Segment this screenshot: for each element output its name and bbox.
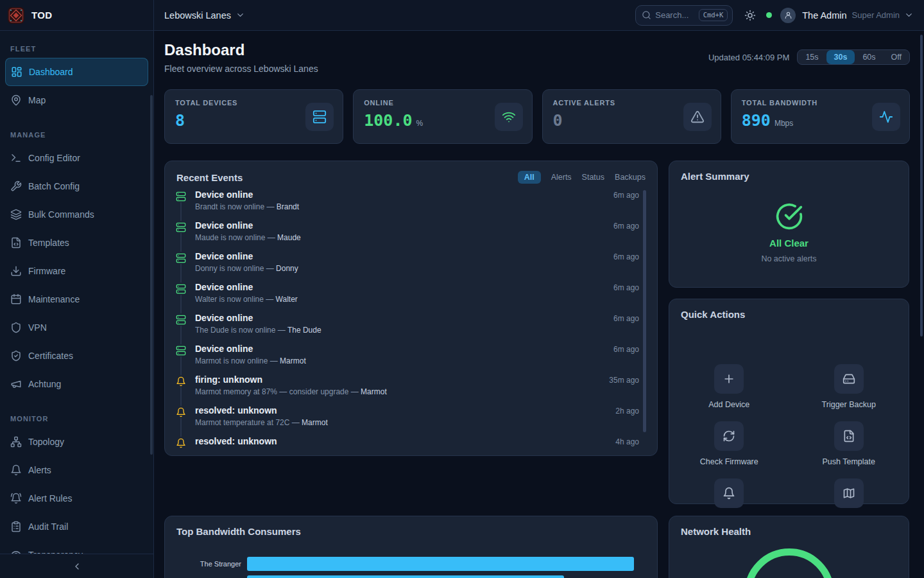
quick-actions-panel: Quick Actions Add Device Trigger Backup … bbox=[669, 299, 909, 504]
bell-icon bbox=[176, 438, 186, 448]
event-device: Marmot bbox=[361, 387, 387, 396]
sidebar-item-alert-rules[interactable]: Alert Rules bbox=[5, 484, 148, 512]
stat-total-devices: TOTAL DEVICES 8 bbox=[164, 89, 343, 144]
sun-icon bbox=[744, 10, 756, 21]
event-row: Device online Maude is now online — Maud… bbox=[165, 220, 657, 251]
server-icon bbox=[176, 222, 186, 232]
stat-cards: TOTAL DEVICES 8 ONLINE 100.0 % ACTIVE AL… bbox=[164, 89, 910, 144]
interval-off-button[interactable]: Off bbox=[884, 50, 909, 64]
event-time: 6m ago bbox=[613, 222, 639, 231]
stat-online: ONLINE 100.0 % bbox=[353, 89, 532, 144]
tab-all[interactable]: All bbox=[518, 171, 541, 184]
page-title: Dashboard bbox=[164, 41, 318, 59]
trigger-backup-button[interactable]: Trigger Backup bbox=[789, 364, 909, 421]
shield-check-icon bbox=[10, 350, 22, 362]
tab-status[interactable]: Status bbox=[582, 173, 604, 182]
event-time: 6m ago bbox=[613, 314, 639, 323]
bar-label: The Stranger bbox=[165, 560, 247, 568]
sidebar-item-audit-trail[interactable]: Audit Trail bbox=[5, 512, 148, 541]
network-health-gauge bbox=[744, 548, 834, 578]
sidebar-item-firmware[interactable]: Firmware bbox=[5, 257, 148, 285]
server-icon bbox=[312, 110, 327, 124]
search-box[interactable]: Cmd+K bbox=[635, 5, 733, 26]
event-row: Device online The Dude is now online — T… bbox=[165, 313, 657, 344]
sidebar-item-alerts[interactable]: Alerts bbox=[5, 456, 148, 484]
sidebar-item-bulk-commands[interactable]: Bulk Commands bbox=[5, 200, 148, 229]
sidebar-section-manage: MANAGE bbox=[10, 131, 153, 139]
tab-backups[interactable]: Backups bbox=[615, 173, 646, 182]
map-pin-icon bbox=[10, 94, 22, 106]
user-icon bbox=[784, 11, 792, 19]
event-device: Brandt bbox=[277, 202, 299, 211]
event-time: 6m ago bbox=[613, 283, 639, 292]
push-template-button[interactable]: Push Template bbox=[789, 421, 909, 478]
dashboard-icon bbox=[11, 66, 22, 78]
server-icon bbox=[176, 191, 186, 202]
connection-status-dot bbox=[766, 12, 772, 18]
map-icon bbox=[843, 487, 855, 500]
chevron-down-icon bbox=[904, 10, 914, 20]
sidebar-item-batch-config[interactable]: Batch Config bbox=[5, 172, 148, 200]
sidebar-scroll-area: FLEET Dashboard Map MANAGE Config Editor… bbox=[0, 31, 153, 554]
sidebar-item-dashboard[interactable]: Dashboard bbox=[5, 58, 148, 86]
topbar: TOD Lebowski Lanes Cmd+K The Admin Super… bbox=[0, 0, 924, 31]
event-row: resolved: unknown Marmot temperature at … bbox=[165, 405, 657, 436]
bell-icon bbox=[176, 376, 186, 387]
user-name: The Admin bbox=[802, 10, 846, 21]
sidebar-scrollbar-thumb[interactable] bbox=[150, 95, 153, 455]
event-time: 6m ago bbox=[613, 345, 639, 354]
interval-15s-button[interactable]: 15s bbox=[798, 50, 826, 64]
terminal-icon bbox=[10, 152, 22, 164]
event-list: Device online Brandt is now online — Bra… bbox=[165, 189, 657, 450]
avatar bbox=[780, 8, 796, 23]
page-header: Dashboard Fleet overview across Lebowski… bbox=[164, 41, 910, 74]
sidebar-item-maintenance[interactable]: Maintenance bbox=[5, 285, 148, 313]
sidebar-item-certificates[interactable]: Certificates bbox=[5, 342, 148, 370]
sidebar-item-map[interactable]: Map bbox=[5, 86, 148, 114]
interval-30s-button[interactable]: 30s bbox=[826, 50, 855, 64]
user-menu-chevron[interactable] bbox=[904, 10, 914, 20]
layers-icon bbox=[10, 209, 22, 220]
theme-toggle-button[interactable] bbox=[744, 10, 756, 21]
bar bbox=[247, 557, 634, 571]
shield-icon bbox=[10, 322, 22, 333]
user-menu[interactable]: The Admin Super Admin bbox=[780, 8, 914, 23]
chevron-left-icon bbox=[72, 561, 82, 572]
add-device-button[interactable]: Add Device bbox=[669, 364, 789, 421]
event-device: Donny bbox=[276, 264, 298, 273]
event-row: resolved: unknown 4h ago bbox=[165, 436, 657, 450]
network-icon bbox=[10, 436, 22, 448]
recent-events-panel: Recent Events All Alerts Status Backups … bbox=[164, 161, 658, 456]
server-icon bbox=[176, 346, 186, 356]
page-subtitle: Fleet overview across Lebowski Lanes bbox=[164, 64, 318, 74]
sidebar-item-templates[interactable]: Templates bbox=[5, 229, 148, 257]
sidebar-item-vpn[interactable]: VPN bbox=[5, 313, 148, 342]
bandwidth-row: The Stranger bbox=[165, 554, 657, 573]
main-scrollbar-thumb[interactable] bbox=[920, 35, 923, 337]
file-code-icon bbox=[843, 430, 855, 442]
event-device: Walter bbox=[276, 295, 298, 304]
event-device: The Dude bbox=[287, 326, 321, 335]
sidebar-item-topology[interactable]: Topology bbox=[5, 428, 148, 456]
sidebar-section-fleet: FLEET bbox=[10, 45, 153, 53]
event-time: 2h ago bbox=[615, 407, 639, 416]
sidebar-item-transparency[interactable]: Transparency bbox=[5, 541, 148, 554]
events-scrollbar-thumb[interactable] bbox=[643, 190, 646, 432]
check-firmware-button[interactable]: Check Firmware bbox=[669, 421, 789, 478]
sidebar-item-achtung[interactable]: Achtung bbox=[5, 370, 148, 398]
sidebar-item-config-editor[interactable]: Config Editor bbox=[5, 144, 148, 172]
org-selector[interactable]: Lebowski Lanes bbox=[164, 10, 245, 21]
tab-alerts[interactable]: Alerts bbox=[551, 173, 572, 182]
event-device: Marmot bbox=[280, 356, 306, 365]
sidebar-collapse-button[interactable] bbox=[0, 554, 153, 578]
user-role: Super Admin bbox=[852, 10, 900, 20]
event-device: Marmot bbox=[302, 418, 328, 427]
file-code-icon bbox=[10, 237, 22, 249]
event-row: Device online Donny is now online — Donn… bbox=[165, 251, 657, 282]
network-health-title: Network Health bbox=[681, 526, 897, 537]
interval-60s-button[interactable]: 60s bbox=[855, 50, 883, 64]
server-icon bbox=[176, 315, 186, 325]
search-input[interactable] bbox=[655, 10, 694, 20]
event-time: 35m ago bbox=[609, 376, 639, 385]
alert-summary-panel: Alert Summary All Clear No active alerts bbox=[669, 161, 909, 288]
